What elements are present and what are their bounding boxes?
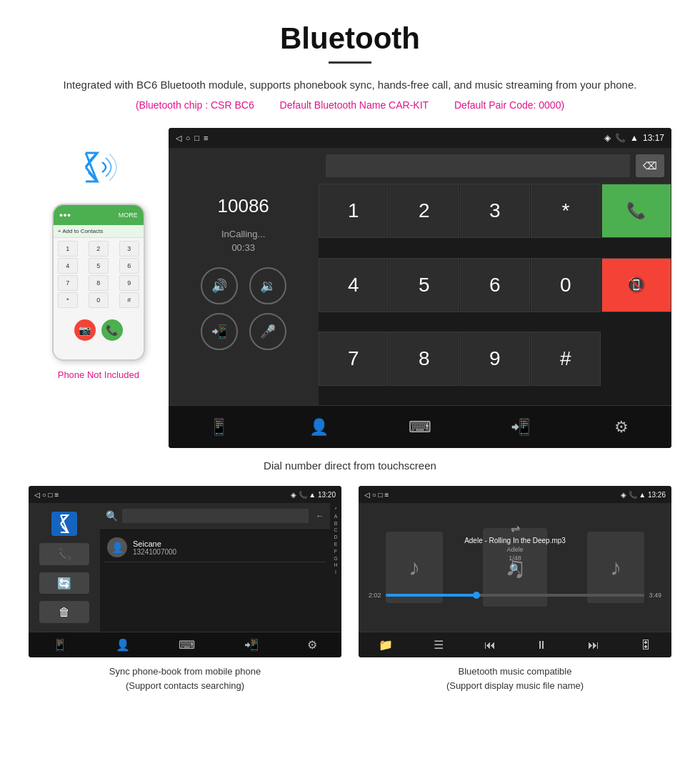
- progress-dot: [473, 592, 480, 599]
- alpha-star: *: [335, 506, 337, 513]
- artist-name: Adele: [506, 546, 523, 553]
- sidebar-sync-btn[interactable]: 🔄: [39, 572, 89, 595]
- contacts-status-bar: ◁ ○ □ ≡ ◈ 📞 ▲ 13:20: [29, 486, 341, 503]
- keypad-grid: 1 2 3 * 📞 4 5 6 0 📵 7 8 9 #: [319, 184, 671, 405]
- music-status-right: ◈ 📞 ▲ 13:26: [621, 491, 666, 499]
- playlist-icon[interactable]: ☰: [434, 638, 444, 652]
- bottom-settings-icon[interactable]: ⚙: [604, 413, 639, 442]
- dialer-left-panel: 10086 InCalling... 00:33 🔊 🔉 📲 🎤: [169, 148, 319, 405]
- android-dial-screen: ◁ ○ □ ≡ ◈ 📞 ▲ 13:17 10086 InCalling...: [169, 128, 671, 448]
- search-input[interactable]: [122, 509, 309, 523]
- key-4: 4: [58, 258, 78, 274]
- play-pause-icon[interactable]: ⏸: [536, 639, 547, 652]
- track-info: 1/48: [509, 554, 521, 562]
- cb-contact-icon[interactable]: 👤: [116, 638, 130, 652]
- key-hash[interactable]: #: [531, 332, 601, 386]
- dialer-row-2: 4 5 6: [58, 258, 139, 274]
- folder-icon[interactable]: 📁: [379, 638, 393, 652]
- music-progress-bar-area: 2:02 3:49: [359, 589, 671, 602]
- key-star[interactable]: *: [531, 184, 601, 238]
- dialer-input-field[interactable]: [326, 154, 630, 177]
- key-4[interactable]: 4: [319, 258, 389, 312]
- music-time: 13:26: [648, 491, 666, 499]
- music-content: ♪ ♫ ♪ ⇌ Adele - Rolling: [359, 503, 671, 632]
- music-info-overlay: ⇌ Adele - Rolling In the Deep.mp3 Adele …: [464, 522, 566, 574]
- contacts-caption: Sync phone-book from mobile phone(Suppor…: [109, 665, 261, 692]
- key-5[interactable]: 5: [389, 258, 459, 312]
- alpha-b: B: [334, 520, 338, 527]
- call-number: 10086: [218, 195, 269, 217]
- key-8: 8: [89, 275, 109, 291]
- prev-icon[interactable]: ⏮: [484, 639, 496, 652]
- music-status-bar: ◁ ○ □ ≡ ◈ 📞 ▲ 13:26: [359, 486, 671, 503]
- next-icon[interactable]: ⏭: [588, 639, 599, 652]
- main-section: ●●● MORE + Add to Contacts 1 2 3 4 5 6: [29, 128, 671, 448]
- music-search-icon[interactable]: 🔍: [509, 563, 521, 574]
- bottom-phone-icon[interactable]: 📲: [503, 413, 539, 442]
- shuffle-icon: ⇌: [511, 522, 520, 535]
- key-0[interactable]: 0: [531, 258, 601, 312]
- menu-icon: ≡: [204, 134, 208, 142]
- phone-mockup-top: ●●● MORE: [54, 205, 144, 225]
- alpha-f: F: [334, 548, 337, 555]
- contact-phone: 13241007000: [133, 548, 323, 556]
- cb-settings-icon[interactable]: ⚙: [307, 638, 317, 652]
- key-8[interactable]: 8: [389, 332, 459, 386]
- spec-code: Default Pair Code: 0000): [454, 99, 564, 111]
- key-2[interactable]: 2: [389, 184, 459, 238]
- key-1[interactable]: 1: [319, 184, 389, 238]
- equalizer-icon[interactable]: 🎛: [640, 639, 651, 652]
- key-3[interactable]: 3: [460, 184, 530, 238]
- current-time: 2:02: [369, 592, 381, 599]
- mic-btn[interactable]: 🎤: [249, 313, 286, 350]
- sidebar-bluetooth-icon: [51, 512, 77, 536]
- bottom-contacts-icon[interactable]: 👤: [301, 413, 337, 442]
- alpha-e: E: [334, 541, 338, 548]
- alpha-h: H: [334, 562, 337, 569]
- cb-transfer-icon[interactable]: 📲: [244, 638, 259, 652]
- bottom-screenshots: ◁ ○ □ ≡ ◈ 📞 ▲ 13:20: [29, 486, 671, 692]
- alpha-i: I: [335, 569, 336, 576]
- music-caption-text: Bluetooth music compatible(Support displ…: [446, 666, 584, 691]
- sidebar-phone-btn[interactable]: 📞: [39, 543, 89, 565]
- contacts-main: 🔍 ← 👤 Seicane 13241007000: [100, 503, 330, 632]
- status-time: 13:17: [643, 133, 664, 143]
- dialer-backspace-btn[interactable]: ⌫: [636, 154, 664, 177]
- key-star: *: [58, 292, 78, 308]
- transfer-btn[interactable]: 📲: [201, 313, 238, 350]
- android-dialer: 10086 InCalling... 00:33 🔊 🔉 📲 🎤: [169, 148, 671, 405]
- key-1: 1: [58, 241, 78, 257]
- call-end-btn[interactable]: 📵: [601, 258, 671, 312]
- phone-not-included-label: Phone Not Included: [58, 369, 139, 380]
- cb-phone-icon[interactable]: 📱: [53, 638, 67, 652]
- call-accept-btn[interactable]: 📞: [601, 184, 671, 238]
- sidebar-delete-btn[interactable]: 🗑: [39, 601, 89, 623]
- contacts-caption-text: Sync phone-book from mobile phone(Suppor…: [109, 666, 261, 691]
- volume-up-btn[interactable]: 🔊: [201, 267, 238, 304]
- key-6[interactable]: 6: [460, 258, 530, 312]
- page-title: Bluetooth: [29, 21, 671, 56]
- alpha-g: G: [334, 555, 337, 562]
- contact-name: Seicane: [133, 539, 323, 548]
- phone-mockup: ●●● MORE + Add to Contacts 1 2 3 4 5 6: [52, 204, 145, 361]
- cb-keypad-icon[interactable]: ⌨: [179, 638, 195, 652]
- contact-info: Seicane 13241007000: [133, 539, 323, 556]
- volume-down-btn[interactable]: 🔉: [249, 267, 286, 304]
- phone-app-label: ●●●: [59, 212, 71, 219]
- contacts-content: 📞 🔄 🗑 🔍 ← 👤: [29, 503, 341, 632]
- wifi-icon: ▲: [630, 133, 639, 143]
- key-7[interactable]: 7: [319, 332, 389, 386]
- bluetooth-svg-icon: [70, 142, 127, 192]
- music-note-icon-left: ♪: [409, 554, 420, 581]
- key-9[interactable]: 9: [460, 332, 530, 386]
- progress-bar[interactable]: [386, 594, 645, 597]
- phone-side: ●●● MORE + Add to Contacts 1 2 3 4 5 6: [29, 128, 169, 380]
- phone-signal-icon: 📞: [615, 133, 626, 143]
- bottom-keypad-icon[interactable]: ⌨: [402, 413, 438, 442]
- phone-call-area: 📷 📞: [54, 317, 144, 344]
- key-2: 2: [89, 241, 109, 257]
- bottom-call-transfer-icon[interactable]: 📱: [201, 413, 236, 442]
- music-controls-bar: 📁 ☰ ⏮ ⏸ ⏭ 🎛: [359, 632, 671, 657]
- bt-small-icon: [56, 514, 72, 534]
- contact-avatar: 👤: [107, 537, 127, 557]
